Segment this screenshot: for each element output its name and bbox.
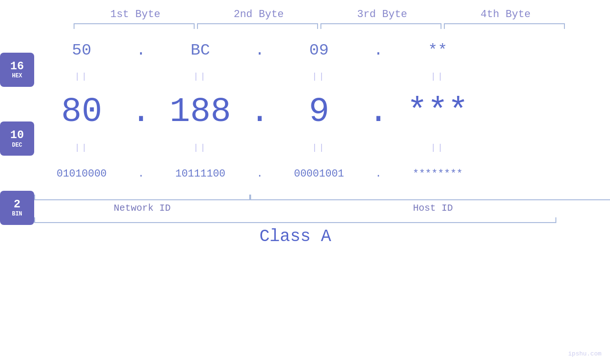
hex-byte4: ** [390, 41, 485, 59]
page: 1st Byte 2nd Byte 3rd Byte 4th Byte 16 H… [0, 0, 610, 364]
bin-byte2: 10111100 [153, 168, 248, 180]
bottom-brackets [34, 195, 610, 200]
hex-byte1: 50 [34, 41, 129, 59]
byte4-header: 4th Byte [444, 9, 567, 20]
eq1-3: || [272, 72, 366, 81]
byte-headers: 1st Byte 2nd Byte 3rd Byte 4th Byte [74, 0, 610, 20]
dec-byte2: 188 [153, 93, 248, 131]
hex-badge: 16 HEX [0, 53, 34, 87]
eq1-1: || [34, 72, 129, 81]
bin-row: 01010000 . 10111100 . 00001001 . *******… [34, 155, 610, 193]
bin-dot2: . [248, 168, 272, 180]
outer-bracket [34, 217, 556, 223]
network-id-label: Network ID [34, 203, 250, 214]
eq2-2: || [153, 143, 248, 152]
eq1-4: || [390, 72, 485, 81]
bin-byte4: ******** [390, 168, 485, 180]
dec-badge-number: 10 [10, 129, 24, 141]
top-brackets [74, 23, 610, 29]
hex-byte2: BC [153, 41, 248, 59]
dec-badge-label: DEC [12, 142, 22, 149]
host-bracket [250, 195, 610, 200]
outer-bracket-row [34, 217, 610, 223]
byte3-header: 3rd Byte [320, 9, 444, 20]
eq1-2: || [153, 72, 248, 81]
sep-row-2: || || || || [34, 140, 610, 155]
watermark: ipshu.com [568, 350, 601, 357]
eq2-4: || [390, 143, 485, 152]
bin-byte3: 00001001 [272, 168, 366, 180]
rows-section: 16 HEX 10 DEC 2 BIN 50 . BC . 09 . ** [0, 31, 610, 246]
bracket-byte3 [320, 23, 441, 29]
sep-row-1: || || || || [34, 69, 610, 84]
hex-dot1: . [129, 41, 153, 59]
dec-row: 80 . 188 . 9 . *** [34, 84, 610, 140]
bracket-byte4 [444, 23, 565, 29]
bin-badge-number: 2 [14, 198, 20, 211]
data-rows: 50 . BC . 09 . ** || || || || 80 [34, 31, 610, 246]
bin-badge-label: BIN [12, 211, 22, 217]
class-label: Class A [34, 227, 556, 246]
host-id-label: Host ID [250, 203, 610, 214]
hex-badge-label: HEX [12, 73, 22, 79]
dec-dot2: . [248, 93, 272, 131]
hex-row: 50 . BC . 09 . ** [34, 31, 610, 69]
hex-byte3: 09 [272, 41, 366, 59]
dec-dot1: . [129, 93, 153, 131]
bin-dot1: . [129, 168, 153, 180]
dec-dot3: . [366, 93, 390, 131]
bracket-byte1 [74, 23, 195, 29]
badges-column: 16 HEX 10 DEC 2 BIN [0, 31, 34, 246]
eq2-1: || [34, 143, 129, 152]
bin-dot3: . [366, 168, 390, 180]
dec-byte4: *** [390, 93, 485, 131]
bin-badge: 2 BIN [0, 191, 34, 225]
dec-byte3: 9 [272, 93, 366, 131]
hex-dot3: . [366, 41, 390, 59]
byte2-header: 2nd Byte [197, 9, 320, 20]
byte1-header: 1st Byte [74, 9, 197, 20]
hex-dot2: . [248, 41, 272, 59]
hex-badge-number: 16 [10, 60, 24, 73]
id-labels-row: Network ID Host ID [34, 203, 610, 214]
dec-badge: 10 DEC [0, 121, 34, 156]
bracket-byte2 [197, 23, 318, 29]
dec-byte1: 80 [34, 93, 129, 131]
network-bracket [34, 195, 250, 200]
bin-byte1: 01010000 [34, 168, 129, 180]
eq2-3: || [272, 143, 366, 152]
